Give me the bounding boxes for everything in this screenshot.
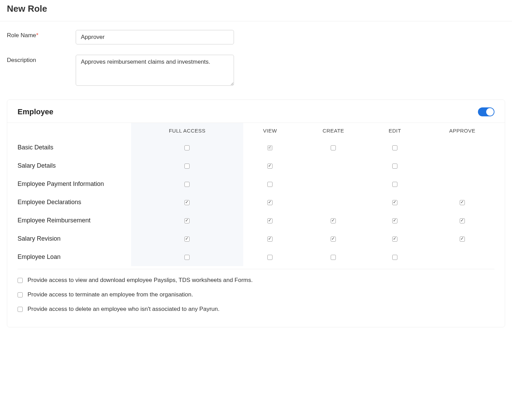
permission-row-label: Employee Reimbursement: [7, 211, 131, 230]
checkbox-view[interactable]: [267, 164, 273, 169]
checkbox-edit[interactable]: [392, 200, 397, 205]
checkbox-full[interactable]: [184, 218, 190, 223]
permission-row: Basic Details: [7, 138, 505, 157]
permission-cell-full: [131, 175, 243, 193]
permission-cell-view: [243, 230, 297, 248]
permission-cell-approve: [420, 193, 505, 211]
permission-cell-edit: [370, 138, 420, 157]
permission-cell-full: [131, 248, 243, 266]
checkbox-approve[interactable]: [460, 237, 465, 242]
checkbox-edit[interactable]: [392, 145, 397, 150]
permission-row: Employee Reimbursement: [7, 211, 505, 230]
permission-cell-full: [131, 193, 243, 211]
permission-cell-full: [131, 157, 243, 175]
col-header-edit: EDIT: [370, 123, 420, 138]
permission-row: Salary Revision: [7, 230, 505, 248]
checkbox-create[interactable]: [331, 255, 336, 260]
extra-permission-label: Provide access to terminate an employee …: [28, 291, 193, 298]
page-header: New Role: [0, 0, 512, 21]
checkbox-create[interactable]: [331, 218, 336, 223]
checkbox-edit[interactable]: [392, 182, 397, 187]
checkbox-approve[interactable]: [460, 218, 465, 223]
checkbox-full[interactable]: [184, 164, 190, 169]
permission-row-label: Basic Details: [7, 138, 131, 157]
checkbox-edit[interactable]: [392, 218, 397, 223]
permission-row: Salary Details: [7, 157, 505, 175]
col-header-view: VIEW: [243, 123, 297, 138]
permission-cell-view: [243, 193, 297, 211]
permission-cell-approve: [420, 138, 505, 157]
permission-cell-edit: [370, 248, 420, 266]
extra-permission-row: Provide access to view and download empl…: [18, 277, 494, 284]
permission-cell-full: [131, 230, 243, 248]
permission-cell-edit: [370, 211, 420, 230]
permission-cell-view: [243, 211, 297, 230]
permission-row: Employee Loan: [7, 248, 505, 266]
permission-cell-approve: [420, 248, 505, 266]
permission-cell-full: [131, 211, 243, 230]
checkbox-edit[interactable]: [392, 164, 397, 169]
role-name-label: Role Name*: [7, 30, 76, 39]
role-name-input[interactable]: [76, 30, 234, 44]
permission-cell-approve: [420, 230, 505, 248]
checkbox-full[interactable]: [184, 237, 190, 242]
checkbox-full[interactable]: [184, 182, 190, 187]
permission-cell-create: [297, 138, 370, 157]
employee-permissions-panel: Employee FULL ACCESS VIEW CREATE EDIT AP…: [7, 99, 505, 327]
checkbox-view[interactable]: [267, 255, 273, 260]
permission-cell-view: [243, 175, 297, 193]
checkbox-full[interactable]: [184, 145, 190, 150]
permissions-table: FULL ACCESS VIEW CREATE EDIT APPROVE Bas…: [7, 123, 505, 266]
employee-permissions-toggle[interactable]: [478, 107, 494, 116]
permission-cell-edit: [370, 193, 420, 211]
permission-row-label: Employee Payment Information: [7, 175, 131, 193]
permission-cell-approve: [420, 157, 505, 175]
toggle-knob: [486, 108, 494, 116]
checkbox-view[interactable]: [267, 218, 273, 223]
extra-permission-checkbox[interactable]: [18, 307, 23, 312]
extra-permission-row: Provide access to terminate an employee …: [18, 291, 494, 298]
description-label: Description: [7, 55, 76, 64]
extra-permission-checkbox[interactable]: [18, 278, 23, 283]
permission-cell-create: [297, 248, 370, 266]
col-header-full-access: FULL ACCESS: [131, 123, 243, 138]
col-header-approve: APPROVE: [420, 123, 505, 138]
checkbox-create[interactable]: [331, 145, 336, 150]
checkbox-edit[interactable]: [392, 255, 397, 260]
blank-header: [7, 123, 131, 138]
panel-title: Employee: [18, 107, 53, 116]
permission-cell-approve: [420, 211, 505, 230]
checkbox-edit[interactable]: [392, 237, 397, 242]
checkbox-view[interactable]: [267, 182, 273, 187]
checkbox-create[interactable]: [331, 237, 336, 242]
permissions-header-row: FULL ACCESS VIEW CREATE EDIT APPROVE: [7, 123, 505, 138]
col-header-create: CREATE: [297, 123, 370, 138]
role-form: Role Name* Description Approves reimburs…: [0, 21, 512, 99]
checkbox-full[interactable]: [184, 200, 190, 205]
permission-cell-create: [297, 175, 370, 193]
permission-cell-create: [297, 230, 370, 248]
checkbox-approve[interactable]: [460, 200, 465, 205]
panel-header: Employee: [7, 100, 505, 123]
role-name-label-text: Role Name: [7, 32, 36, 39]
checkbox-view[interactable]: [267, 200, 273, 205]
permission-cell-create: [297, 157, 370, 175]
permission-cell-view: [243, 138, 297, 157]
permission-row-label: Employee Loan: [7, 248, 131, 266]
permission-row-label: Salary Revision: [7, 230, 131, 248]
permission-row: Employee Declarations: [7, 193, 505, 211]
extra-permission-checkbox[interactable]: [18, 292, 23, 297]
permission-row-label: Employee Declarations: [7, 193, 131, 211]
permission-cell-create: [297, 211, 370, 230]
permission-cell-create: [297, 193, 370, 211]
extra-permission-label: Provide access to delete an employee who…: [28, 306, 220, 313]
extra-permissions: Provide access to view and download empl…: [18, 269, 494, 313]
page-title: New Role: [7, 3, 505, 14]
checkbox-view[interactable]: [267, 237, 273, 242]
permission-cell-edit: [370, 230, 420, 248]
description-input[interactable]: Approves reimbursement claims and invest…: [76, 55, 234, 86]
checkbox-full[interactable]: [184, 255, 190, 260]
role-name-row: Role Name*: [7, 30, 505, 44]
checkbox-view: [267, 145, 273, 150]
permission-cell-edit: [370, 157, 420, 175]
